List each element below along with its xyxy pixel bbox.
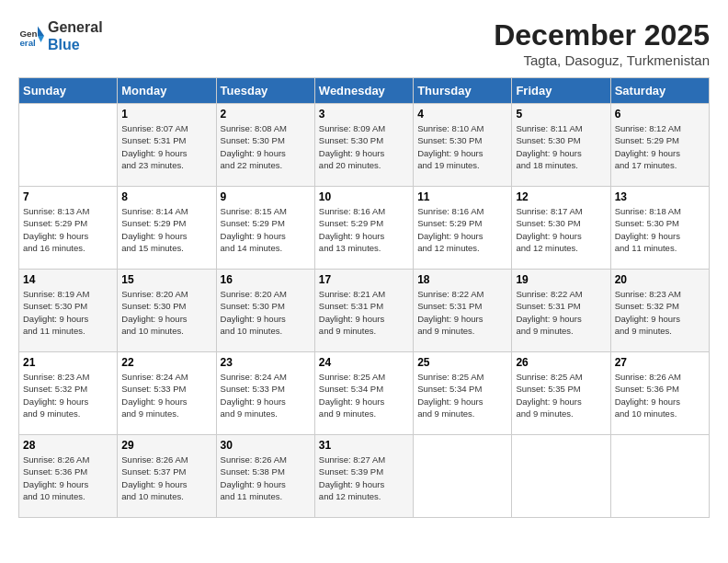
day-info: Sunrise: 8:25 AM Sunset: 5:34 PM Dayligh… [319, 371, 409, 419]
svg-text:eral: eral [19, 38, 36, 48]
day-number: 23 [221, 356, 311, 369]
calendar-cell: 23Sunrise: 8:24 AM Sunset: 5:33 PM Dayli… [216, 352, 314, 435]
calendar-cell: 20Sunrise: 8:23 AM Sunset: 5:32 PM Dayli… [610, 270, 709, 352]
day-info: Sunrise: 8:13 AM Sunset: 5:29 PM Dayligh… [23, 205, 113, 254]
header-saturday: Saturday [610, 78, 709, 104]
calendar-cell: 14Sunrise: 8:19 AM Sunset: 5:30 PM Dayli… [19, 270, 118, 352]
day-number: 26 [516, 356, 606, 369]
day-info: Sunrise: 8:25 AM Sunset: 5:34 PM Dayligh… [417, 371, 507, 419]
calendar-cell: 18Sunrise: 8:22 AM Sunset: 5:31 PM Dayli… [414, 270, 512, 352]
svg-marker-3 [38, 36, 44, 42]
calendar-cell: 8Sunrise: 8:14 AM Sunset: 5:29 PM Daylig… [118, 187, 216, 270]
day-info: Sunrise: 8:15 AM Sunset: 5:29 PM Dayligh… [221, 205, 311, 254]
calendar-cell: 15Sunrise: 8:20 AM Sunset: 5:30 PM Dayli… [118, 270, 216, 352]
calendar-cell: 1Sunrise: 8:07 AM Sunset: 5:31 PM Daylig… [118, 104, 216, 187]
calendar-cell [512, 435, 610, 518]
day-info: Sunrise: 8:24 AM Sunset: 5:33 PM Dayligh… [121, 371, 211, 419]
day-info: Sunrise: 8:27 AM Sunset: 5:39 PM Dayligh… [319, 454, 409, 502]
logo-line1: General [48, 18, 103, 36]
logo-icon: Gen eral [18, 23, 44, 49]
day-info: Sunrise: 8:09 AM Sunset: 5:30 PM Dayligh… [319, 122, 409, 171]
day-info: Sunrise: 8:14 AM Sunset: 5:29 PM Dayligh… [121, 205, 211, 254]
day-number: 15 [121, 273, 211, 286]
day-number: 24 [319, 356, 409, 369]
day-number: 7 [23, 190, 113, 203]
day-number: 31 [319, 439, 409, 452]
day-number: 2 [221, 108, 311, 121]
day-number: 17 [319, 273, 409, 286]
calendar-cell [610, 435, 709, 518]
logo: Gen eral General Blue [18, 18, 103, 53]
day-info: Sunrise: 8:23 AM Sunset: 5:32 PM Dayligh… [615, 288, 705, 337]
day-number: 14 [23, 273, 113, 286]
day-info: Sunrise: 8:26 AM Sunset: 5:36 PM Dayligh… [615, 371, 705, 419]
calendar-cell: 9Sunrise: 8:15 AM Sunset: 5:29 PM Daylig… [216, 187, 314, 270]
day-number: 29 [121, 439, 211, 452]
header-sunday: Sunday [19, 78, 118, 104]
calendar-cell: 5Sunrise: 8:11 AM Sunset: 5:30 PM Daylig… [512, 104, 610, 187]
day-info: Sunrise: 8:12 AM Sunset: 5:29 PM Dayligh… [615, 122, 705, 171]
calendar-body: 1Sunrise: 8:07 AM Sunset: 5:31 PM Daylig… [19, 104, 710, 518]
day-info: Sunrise: 8:26 AM Sunset: 5:38 PM Dayligh… [221, 454, 311, 502]
calendar-cell: 25Sunrise: 8:25 AM Sunset: 5:34 PM Dayli… [414, 352, 512, 435]
page-header: Gen eral General Blue December 2025 Tagt… [18, 18, 710, 68]
header-tuesday: Tuesday [216, 78, 314, 104]
day-number: 9 [221, 190, 311, 203]
calendar-cell: 29Sunrise: 8:26 AM Sunset: 5:37 PM Dayli… [118, 435, 216, 518]
day-number: 4 [417, 108, 507, 121]
calendar-cell: 31Sunrise: 8:27 AM Sunset: 5:39 PM Dayli… [314, 435, 413, 518]
day-number: 10 [319, 190, 409, 203]
calendar-cell: 19Sunrise: 8:22 AM Sunset: 5:31 PM Dayli… [512, 270, 610, 352]
day-info: Sunrise: 8:26 AM Sunset: 5:36 PM Dayligh… [23, 454, 113, 502]
month-title: December 2025 [494, 18, 710, 52]
header-wednesday: Wednesday [314, 78, 413, 104]
day-info: Sunrise: 8:18 AM Sunset: 5:30 PM Dayligh… [615, 205, 705, 254]
day-number: 20 [615, 273, 705, 286]
day-number: 1 [121, 108, 211, 121]
day-number: 25 [417, 356, 507, 369]
logo-line2: Blue [48, 36, 103, 53]
calendar-cell [414, 435, 512, 518]
day-info: Sunrise: 8:16 AM Sunset: 5:29 PM Dayligh… [319, 205, 409, 254]
day-number: 30 [221, 439, 311, 452]
day-number: 8 [121, 190, 211, 203]
calendar-cell: 6Sunrise: 8:12 AM Sunset: 5:29 PM Daylig… [610, 104, 709, 187]
day-info: Sunrise: 8:19 AM Sunset: 5:30 PM Dayligh… [23, 288, 113, 337]
calendar-cell: 17Sunrise: 8:21 AM Sunset: 5:31 PM Dayli… [314, 270, 413, 352]
day-info: Sunrise: 8:25 AM Sunset: 5:35 PM Dayligh… [516, 371, 606, 419]
day-info: Sunrise: 8:23 AM Sunset: 5:32 PM Dayligh… [23, 371, 113, 419]
title-block: December 2025 Tagta, Dasoguz, Turkmenist… [494, 18, 710, 68]
day-info: Sunrise: 8:07 AM Sunset: 5:31 PM Dayligh… [121, 122, 211, 171]
calendar-week-4: 21Sunrise: 8:23 AM Sunset: 5:32 PM Dayli… [19, 352, 710, 435]
calendar-week-3: 14Sunrise: 8:19 AM Sunset: 5:30 PM Dayli… [19, 270, 710, 352]
calendar-cell: 26Sunrise: 8:25 AM Sunset: 5:35 PM Dayli… [512, 352, 610, 435]
calendar-cell: 27Sunrise: 8:26 AM Sunset: 5:36 PM Dayli… [610, 352, 709, 435]
calendar-cell: 4Sunrise: 8:10 AM Sunset: 5:30 PM Daylig… [414, 104, 512, 187]
day-info: Sunrise: 8:22 AM Sunset: 5:31 PM Dayligh… [516, 288, 606, 337]
day-number: 12 [516, 190, 606, 203]
svg-marker-2 [38, 27, 44, 37]
calendar-cell: 22Sunrise: 8:24 AM Sunset: 5:33 PM Dayli… [118, 352, 216, 435]
day-number: 6 [615, 108, 705, 121]
day-number: 18 [417, 273, 507, 286]
day-number: 22 [121, 356, 211, 369]
calendar-cell: 10Sunrise: 8:16 AM Sunset: 5:29 PM Dayli… [314, 187, 413, 270]
header-monday: Monday [118, 78, 216, 104]
day-info: Sunrise: 8:20 AM Sunset: 5:30 PM Dayligh… [221, 288, 311, 337]
day-info: Sunrise: 8:08 AM Sunset: 5:30 PM Dayligh… [221, 122, 311, 171]
calendar-week-5: 28Sunrise: 8:26 AM Sunset: 5:36 PM Dayli… [19, 435, 710, 518]
calendar-cell: 28Sunrise: 8:26 AM Sunset: 5:36 PM Dayli… [19, 435, 118, 518]
day-info: Sunrise: 8:26 AM Sunset: 5:37 PM Dayligh… [121, 454, 211, 502]
day-info: Sunrise: 8:17 AM Sunset: 5:30 PM Dayligh… [516, 205, 606, 254]
calendar-week-2: 7Sunrise: 8:13 AM Sunset: 5:29 PM Daylig… [19, 187, 710, 270]
calendar-cell: 2Sunrise: 8:08 AM Sunset: 5:30 PM Daylig… [216, 104, 314, 187]
location-subtitle: Tagta, Dasoguz, Turkmenistan [494, 52, 710, 68]
calendar-cell: 11Sunrise: 8:16 AM Sunset: 5:29 PM Dayli… [414, 187, 512, 270]
day-number: 11 [417, 190, 507, 203]
calendar-cell: 21Sunrise: 8:23 AM Sunset: 5:32 PM Dayli… [19, 352, 118, 435]
day-info: Sunrise: 8:11 AM Sunset: 5:30 PM Dayligh… [516, 122, 606, 171]
day-number: 19 [516, 273, 606, 286]
day-number: 13 [615, 190, 705, 203]
header-friday: Friday [512, 78, 610, 104]
calendar-cell: 7Sunrise: 8:13 AM Sunset: 5:29 PM Daylig… [19, 187, 118, 270]
